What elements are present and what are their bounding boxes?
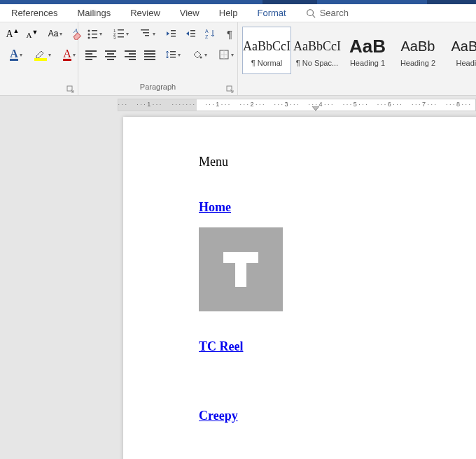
ruler-tick: · · · · · · ·: [166, 101, 200, 108]
svg-rect-28: [170, 54, 176, 55]
borders-button[interactable]: ▾: [214, 46, 238, 63]
group-font: A▲ A▼ Aa▾ A A▾ ▾: [0, 22, 78, 95]
paragraph-group-launcher[interactable]: [226, 85, 234, 94]
ruler-tick: · · · 4 · · ·: [304, 101, 338, 108]
align-left-icon: [85, 49, 97, 60]
outdent-icon: [165, 28, 176, 39]
align-left-button[interactable]: [83, 46, 99, 63]
svg-point-8: [88, 37, 90, 39]
document-page[interactable]: Menu Home TC Reel Creepy: [123, 117, 476, 459]
styles-gallery: AaBbCcI¶ NormalAaBbCcI¶ No Spac...AaBHea…: [238, 22, 476, 76]
highlight-color-button[interactable]: ▾: [31, 46, 55, 63]
font-color-button[interactable]: A▾: [57, 46, 81, 63]
style-name-label: ¶ Normal: [251, 59, 282, 67]
svg-rect-15: [118, 36, 124, 38]
shrink-font-button[interactable]: A▼: [24, 25, 41, 42]
svg-point-30: [200, 57, 202, 59]
tab-mailings[interactable]: Mailings: [77, 8, 111, 18]
paragraph-group-label: Paragraph: [140, 83, 176, 91]
align-right-icon: [125, 49, 136, 60]
highlighter-icon: [34, 48, 47, 61]
svg-rect-11: [118, 29, 124, 31]
svg-point-6: [88, 34, 90, 36]
style-preview: AaBb: [451, 34, 476, 59]
style-tile--no-spac-[interactable]: AaBbCcI¶ No Spac...: [293, 27, 342, 74]
doc-blank-area[interactable]: [199, 367, 476, 409]
align-right-button[interactable]: [122, 46, 139, 63]
numbering-button[interactable]: 123 ▾: [109, 25, 133, 42]
tab-format[interactable]: Format: [258, 8, 286, 18]
doc-blank-area-2[interactable]: [199, 436, 476, 459]
ruler-tick: · · · 2 · · ·: [234, 101, 269, 108]
search-icon: [306, 8, 316, 18]
indent-marker[interactable]: [312, 106, 319, 111]
group-paragraph: ▾ 123 ▾ ▾ AZ: [78, 22, 238, 95]
style-name-label: ¶ No Spac...: [296, 59, 338, 67]
doc-image-placeholder[interactable]: [199, 227, 283, 311]
multilevel-icon: [140, 28, 151, 39]
style-tile-heading-1[interactable]: AaBHeading 1: [343, 27, 392, 74]
svg-rect-29: [170, 57, 176, 58]
group-styles: AaBbCcI¶ NormalAaBbCcI¶ No Spac...AaBHea…: [238, 22, 476, 95]
search-box[interactable]: Search: [306, 8, 349, 18]
change-case-button[interactable]: Aa▾: [43, 25, 67, 42]
text-effects-button[interactable]: A▾: [4, 46, 28, 63]
ruler-tick: · · · 3 · · ·: [269, 101, 303, 108]
svg-rect-17: [143, 32, 149, 34]
bullets-button[interactable]: ▾: [83, 25, 106, 42]
placeholder-t-icon: [223, 252, 258, 287]
decrease-indent-button[interactable]: [162, 25, 179, 42]
svg-line-1: [312, 15, 315, 17]
tab-help[interactable]: Help: [219, 8, 238, 18]
ruler-tick: · · · 8 · · ·: [441, 101, 475, 108]
title-bar-right: [427, 0, 476, 4]
doc-link-tcreel[interactable]: TC Reel: [199, 339, 476, 354]
style-preview: AaBb: [401, 34, 435, 59]
pilcrow-icon: ¶: [227, 28, 232, 40]
title-bar-highlight: [262, 0, 317, 4]
tab-references[interactable]: References: [11, 8, 57, 18]
search-label: Search: [320, 8, 349, 18]
shading-button[interactable]: ▾: [188, 46, 211, 63]
style-name-label: Heading 1: [350, 59, 385, 67]
sort-button[interactable]: AZ: [202, 25, 218, 42]
bullets-icon: [87, 28, 98, 39]
style-name-label: Headin: [456, 59, 476, 67]
svg-rect-9: [92, 37, 97, 38]
style-preview: AaB: [349, 34, 386, 59]
tab-view[interactable]: View: [180, 8, 200, 18]
line-spacing-button[interactable]: ▾: [161, 46, 185, 63]
document-workspace: · · · 2 · · ·· · · 1 · · ·· · · · · · ··…: [0, 96, 476, 459]
align-center-icon: [105, 49, 116, 60]
doc-link-home[interactable]: Home: [199, 200, 476, 215]
font-group-launcher[interactable]: [66, 85, 75, 94]
justify-icon: [144, 49, 155, 60]
style-name-label: Heading 2: [400, 59, 435, 67]
ruler-tick: · · · 1 · · ·: [200, 101, 234, 108]
svg-rect-7: [92, 34, 97, 35]
style-preview: AaBbCcI: [293, 34, 341, 59]
grow-font-button[interactable]: A▲: [4, 25, 21, 42]
style-tile--normal[interactable]: AaBbCcI¶ Normal: [242, 27, 291, 74]
svg-rect-16: [141, 29, 149, 31]
borders-icon: [218, 49, 230, 60]
style-tile-heading-2[interactable]: AaBbHeading 2: [393, 27, 442, 74]
svg-rect-18: [145, 35, 149, 36]
increase-indent-button[interactable]: [182, 25, 199, 42]
doc-link-creepy[interactable]: Creepy: [199, 409, 476, 423]
svg-point-4: [88, 30, 90, 32]
ruler-tick: · · · 2 · · ·: [118, 101, 132, 108]
ruler-tick: · · · 6 · · ·: [372, 101, 407, 108]
multilevel-list-button[interactable]: ▾: [136, 25, 160, 42]
indent-icon: [185, 28, 196, 39]
justify-button[interactable]: [141, 46, 158, 63]
doc-text-menu[interactable]: Menu: [199, 155, 476, 169]
horizontal-ruler[interactable]: · · · 2 · · ·· · · 1 · · ·· · · · · · ··…: [118, 99, 476, 111]
show-hide-marks-button[interactable]: ¶: [221, 25, 238, 42]
svg-rect-23: [190, 33, 195, 34]
svg-rect-22: [190, 30, 195, 31]
svg-rect-27: [170, 51, 176, 52]
align-center-button[interactable]: [102, 46, 119, 63]
tab-review[interactable]: Review: [130, 8, 160, 18]
style-tile-headin[interactable]: AaBbHeadin: [444, 27, 476, 74]
